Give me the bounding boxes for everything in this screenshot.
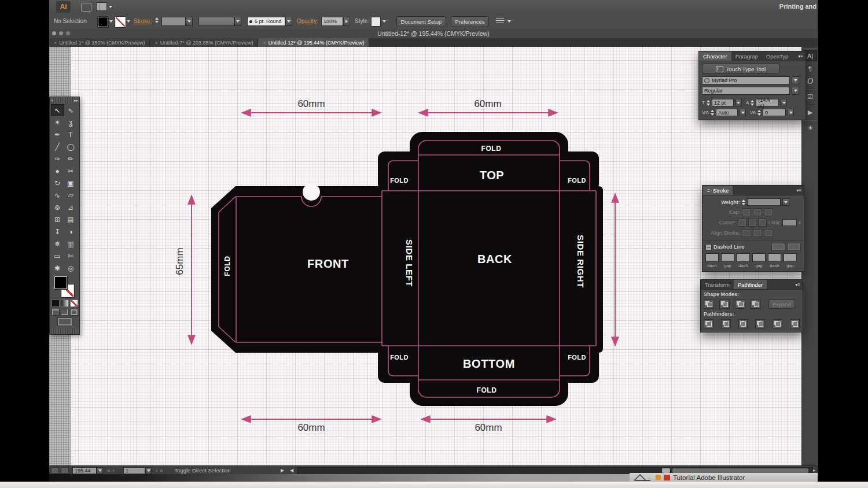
preserve-dash-button[interactable] (771, 243, 785, 251)
color-button[interactable] (52, 300, 60, 307)
scrollbar-thumb[interactable] (672, 468, 808, 473)
symbol-sprayer-tool[interactable]: ✵ (51, 238, 64, 250)
status-icon-2[interactable] (61, 467, 69, 474)
close-tab-icon[interactable]: × (263, 40, 266, 46)
minus-front-button[interactable] (719, 300, 730, 309)
width-profile-field[interactable] (198, 17, 234, 26)
pencil-tool[interactable]: ✏ (64, 153, 78, 165)
workspace-name[interactable]: Printing and (779, 3, 816, 10)
tab-untitled-1[interactable]: × Untitled-1* @ 150% (CMYK/Preview) (49, 38, 150, 47)
screen-mode-button[interactable] (57, 317, 72, 326)
width-profile-dropdown[interactable] (234, 17, 241, 26)
scissors-tool[interactable]: ✂ (64, 165, 78, 177)
expand-button[interactable]: Expand (768, 300, 795, 309)
gap-field-2[interactable] (752, 253, 766, 262)
scale-tool[interactable]: ▣ (64, 177, 78, 189)
style-swatch[interactable] (371, 17, 381, 27)
first-artboard-icon[interactable]: « (107, 467, 111, 474)
opacity-link[interactable]: Opacity: (297, 18, 318, 24)
gradient-button[interactable] (61, 300, 69, 307)
font-size-dropdown[interactable] (735, 99, 742, 106)
workspace-dropdown-arrow[interactable] (109, 6, 112, 8)
align-dash-button[interactable] (787, 243, 801, 251)
outline-button[interactable] (773, 319, 782, 328)
shape-builder-tool[interactable]: ⊚ (51, 201, 64, 213)
brush-preset-dropdown[interactable] (285, 17, 292, 26)
align-dropdown-arrow[interactable] (507, 20, 511, 23)
workspace-switcher-icon[interactable] (97, 3, 106, 10)
opacity-dropdown[interactable] (343, 17, 350, 26)
close-window-button[interactable] (52, 31, 56, 35)
corner-round-button[interactable] (748, 219, 756, 227)
play-icon[interactable]: ▶ (281, 466, 284, 475)
brush-preset-field[interactable]: 5 pt. Round (247, 17, 285, 26)
rotate-tool[interactable]: ↻ (51, 177, 64, 189)
leading-stepper[interactable] (751, 100, 754, 106)
panel-menu-icon[interactable]: ▾≡ (796, 51, 806, 61)
font-family-dropdown[interactable] (792, 76, 799, 84)
appearance-panel-icon[interactable]: ✳ (803, 123, 817, 134)
perspective-grid-tool[interactable]: ⊿ (64, 201, 78, 213)
stroke-dropdown-arrow[interactable] (127, 20, 130, 23)
leading-field[interactable]: (14.4 pt) (756, 99, 779, 106)
tab-paragraph[interactable]: Paragrap (731, 51, 762, 61)
tab-opentype[interactable]: OpenTyp (762, 51, 793, 61)
dash-field-1[interactable] (705, 253, 719, 262)
collapse-icon[interactable]: ≎ (707, 188, 711, 193)
stroke-weight-dropdown[interactable] (186, 17, 193, 26)
tracking-dropdown[interactable] (788, 109, 794, 116)
dashed-line-checkbox[interactable] (705, 244, 712, 250)
fill-dropdown-arrow[interactable] (109, 20, 113, 23)
slice-tool[interactable]: ✄ (64, 250, 78, 262)
status-icon-1[interactable] (51, 467, 59, 474)
minimize-window-button[interactable] (59, 31, 63, 35)
font-style-field[interactable]: Regular (702, 87, 790, 95)
fill-color-swatch[interactable] (54, 276, 67, 289)
intersect-button[interactable] (735, 300, 745, 309)
document-setup-button[interactable]: Document Setup (396, 16, 446, 27)
none-button[interactable] (70, 300, 78, 307)
panel-menu-icon[interactable]: ▾≡ (793, 280, 803, 289)
line-segment-tool[interactable]: ╱ (51, 141, 64, 153)
tab-stroke[interactable]: ≎ Stroke (703, 186, 733, 195)
divide-button[interactable] (704, 319, 713, 328)
mesh-tool[interactable]: ⊞ (51, 213, 64, 225)
kerning-stepper[interactable] (711, 110, 714, 116)
exclude-button[interactable] (751, 300, 761, 309)
tools-panel-header[interactable]: × ▸▸ (50, 97, 79, 103)
hand-tool[interactable]: ✱ (51, 262, 64, 274)
corner-miter-button[interactable] (738, 219, 746, 227)
column-graph-tool[interactable]: ▥ (64, 238, 78, 250)
draw-behind-button[interactable] (61, 309, 69, 316)
cap-projecting-button[interactable] (764, 208, 773, 216)
scrollbar-notch[interactable] (662, 468, 670, 473)
zoom-level-field[interactable]: 195.44 (72, 467, 97, 474)
limit-field[interactable] (782, 219, 796, 226)
tab-pathfinder[interactable]: Pathfinder (734, 280, 767, 289)
ellipse-tool[interactable]: ◯ (64, 141, 78, 153)
preferences-button[interactable]: Preferences (451, 16, 489, 27)
align-center-button[interactable] (742, 229, 751, 237)
touch-type-tool-button[interactable]: T Touch Type Tool (702, 64, 779, 74)
tab-untitled-12[interactable]: × Untitled-12* @ 195.44% (CMYK/Preview) (258, 38, 369, 47)
free-transform-tool[interactable]: ▱ (64, 189, 78, 201)
tab-character[interactable]: Character (699, 51, 731, 61)
prev-artboard-icon[interactable]: ‹ (113, 467, 115, 474)
close-panel-icon[interactable]: × (51, 98, 53, 102)
unite-button[interactable] (704, 300, 714, 309)
dash-field-3[interactable] (768, 253, 781, 262)
artboard-tool[interactable]: ▭ (51, 250, 64, 262)
back-icon[interactable]: ◀ (290, 466, 293, 475)
align-icon[interactable] (496, 18, 504, 24)
opacity-field[interactable]: 100% (321, 17, 343, 26)
close-tab-icon[interactable]: × (155, 40, 157, 46)
bridge-icon[interactable] (81, 3, 91, 12)
font-family-field[interactable]: Myriad Pro (702, 76, 790, 84)
gap-field-1[interactable] (721, 253, 734, 262)
lasso-tool[interactable]: ʓ (64, 116, 78, 128)
kerning-field[interactable]: Auto (716, 109, 738, 116)
tracking-stepper[interactable] (757, 110, 761, 116)
minus-back-button[interactable] (790, 319, 800, 328)
align-outside-button[interactable] (764, 229, 773, 237)
gap-field-3[interactable] (784, 253, 797, 262)
